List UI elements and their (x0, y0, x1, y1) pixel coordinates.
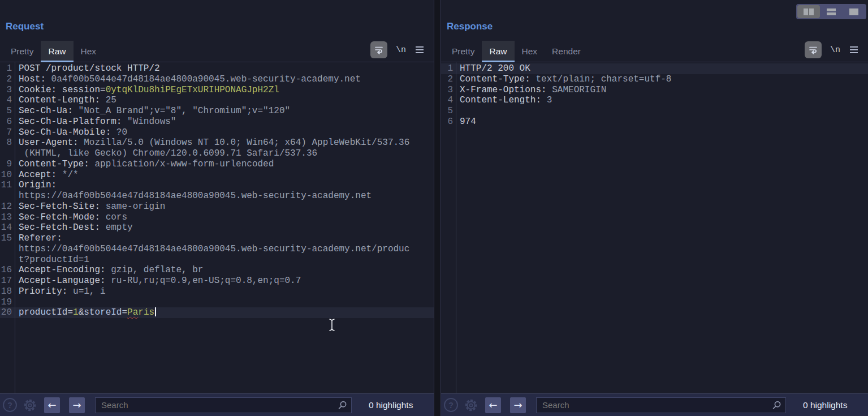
response-editor[interactable]: 1HTTP/2 200 OK2Content-Type: text/plain;… (441, 62, 868, 393)
request-panel: Request PrettyRawHex \n 1POST /product/s… (0, 0, 434, 416)
code-line: Sec-Fetch-Mode: cors (15, 212, 127, 223)
code-line: Origin: (15, 180, 57, 191)
code-line (15, 297, 19, 308)
response-tab-hex[interactable]: Hex (515, 41, 545, 62)
line-number: 4 (441, 95, 456, 106)
request-tabbar: PrettyRawHex \n (0, 41, 434, 62)
request-editor-row: 19 (0, 297, 434, 308)
previous-match-button[interactable]: ← (44, 397, 60, 413)
rows-icon (827, 12, 836, 15)
layout-columns-button[interactable] (797, 5, 820, 18)
request-editor-row: (KHTML, like Gecko) Chrome/120.0.6099.71… (0, 148, 434, 159)
word-wrap-icon (373, 44, 385, 55)
next-match-button[interactable]: → (69, 397, 85, 413)
next-match-button[interactable]: → (510, 397, 526, 413)
line-number (0, 255, 15, 265)
code-line: Accept-Language: ru-RU,ru;q=0.9,en-US;q=… (15, 276, 301, 286)
line-number: 16 (0, 265, 15, 276)
line-number: 1 (441, 63, 456, 74)
line-number: 5 (441, 106, 456, 117)
search-settings-gear-icon[interactable] (22, 397, 38, 413)
single-pane-icon (849, 8, 858, 15)
request-editor-row: https://0a4f00b5044e47d48184ae4800a90045… (0, 244, 434, 255)
line-number: 6 (441, 117, 456, 127)
code-line: Referer: (15, 233, 62, 244)
request-editor-row: https://0a4f00b5044e47d48184ae4800a90045… (0, 191, 434, 201)
code-line: 974 (456, 117, 476, 127)
code-line: Sec-Ch-Ua: "Not_A Brand";v="8", "Chromiu… (15, 106, 290, 117)
word-wrap-icon (807, 44, 819, 55)
code-line: Sec-Ch-Ua-Platform: "Windows" (15, 117, 176, 127)
line-number: 6 (0, 117, 15, 127)
response-editor-row: 2Content-Type: text/plain; charset=utf-8 (441, 74, 868, 85)
line-number (0, 191, 15, 201)
magnifier-icon (771, 400, 781, 410)
editor-menu-icon[interactable] (849, 45, 859, 54)
word-wrap-toggle-button[interactable] (805, 41, 822, 58)
request-editor-row: 5Sec-Ch-Ua: "Not_A Brand";v="8", "Chromi… (0, 106, 434, 117)
highlights-count: 0 highlights (369, 400, 413, 410)
response-tab-raw[interactable]: Raw (482, 41, 514, 62)
request-tab-pretty[interactable]: Pretty (3, 41, 41, 62)
help-icon[interactable]: ? (3, 398, 17, 412)
line-number: 14 (0, 222, 15, 233)
magnifier-icon (337, 400, 347, 410)
response-tabbar: PrettyRawHexRender \n (441, 41, 868, 62)
line-number: 7 (0, 127, 15, 138)
request-tab-hex[interactable]: Hex (74, 41, 104, 62)
response-tab-render[interactable]: Render (545, 41, 588, 62)
code-line: Content-Type: application/x-www-form-url… (15, 159, 274, 170)
code-line: Host: 0a4f00b5044e47d48184ae4800a90045.w… (15, 74, 361, 85)
request-editor-row: 14Sec-Fetch-Dest: empty (0, 222, 434, 233)
layout-rows-button[interactable] (820, 5, 843, 18)
show-newlines-button[interactable]: \n (830, 45, 840, 55)
request-editor[interactable]: 1POST /product/stock HTTP/22Host: 0a4f00… (0, 62, 434, 393)
text-caret (155, 307, 156, 316)
response-search-bar: ? ← → 0 highlights (441, 393, 868, 416)
response-tab-pretty[interactable]: Pretty (444, 41, 482, 62)
line-number (0, 244, 15, 255)
search-field-wrap (536, 397, 786, 413)
search-field-wrap (95, 397, 352, 413)
line-number: 5 (0, 106, 15, 117)
response-editor-row: 1HTTP/2 200 OK (441, 63, 868, 74)
request-editor-row: 6Sec-Ch-Ua-Platform: "Windows" (0, 117, 434, 127)
columns-icon (804, 8, 808, 15)
show-newlines-button[interactable]: \n (396, 45, 406, 55)
pane-layout-switcher (796, 4, 866, 19)
code-line: X-Frame-Options: SAMEORIGIN (456, 85, 606, 96)
search-input[interactable] (95, 397, 352, 413)
code-line: Priority: u=1, i (15, 286, 106, 297)
request-editor-row: 1POST /product/stock HTTP/2 (0, 63, 434, 74)
search-settings-gear-icon[interactable] (463, 397, 479, 413)
line-number: 3 (441, 85, 456, 96)
word-wrap-toggle-button[interactable] (370, 41, 387, 58)
code-line: Sec-Fetch-Site: same-origin (15, 201, 165, 212)
response-editor-row: 4Content-Length: 3 (441, 95, 868, 106)
code-line: (KHTML, like Gecko) Chrome/120.0.6099.71… (15, 148, 317, 159)
code-line: Accept: */* (15, 170, 79, 181)
help-icon[interactable]: ? (444, 398, 458, 412)
request-editor-row: 13Sec-Fetch-Mode: cors (0, 212, 434, 223)
editor-menu-icon[interactable] (414, 45, 425, 54)
layout-single-button[interactable] (843, 5, 865, 18)
line-number: 19 (0, 297, 15, 308)
code-line: Content-Type: text/plain; charset=utf-8 (456, 74, 671, 85)
line-number (0, 148, 15, 159)
previous-match-button[interactable]: ← (485, 397, 501, 413)
line-number: 17 (0, 276, 15, 286)
line-number: 15 (0, 233, 15, 244)
request-editor-row: t?productId=1 (0, 255, 434, 265)
request-editor-row: 4Content-Length: 25 (0, 95, 434, 106)
line-number: 13 (0, 212, 15, 223)
line-number: 3 (0, 85, 15, 96)
code-line: t?productId=1 (15, 255, 89, 265)
request-editor-row: 16Accept-Encoding: gzip, deflate, br (0, 265, 434, 276)
request-editor-row: 9Content-Type: application/x-www-form-ur… (0, 159, 434, 170)
code-line: Content-Length: 25 (15, 95, 116, 106)
search-input[interactable] (536, 397, 786, 413)
response-editor-row: 5 (441, 106, 868, 117)
request-tab-raw[interactable]: Raw (41, 41, 73, 62)
request-editor-row: 8User-Agent: Mozilla/5.0 (Windows NT 10.… (0, 138, 434, 148)
code-line: POST /product/stock HTTP/2 (15, 63, 160, 74)
